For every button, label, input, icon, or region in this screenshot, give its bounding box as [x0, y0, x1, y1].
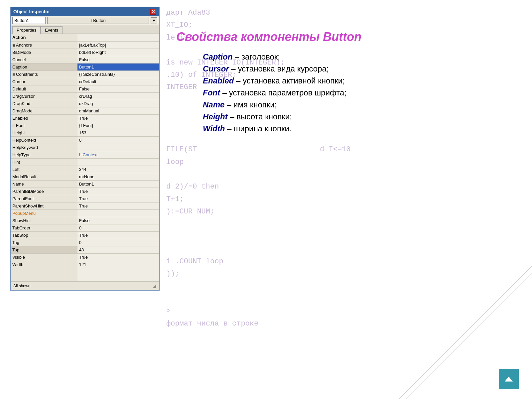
prop-value-dragmode[interactable]: dmManual: [77, 107, 159, 114]
slide-title-bold: Button: [323, 30, 361, 44]
prop-value-helptype[interactable]: htContext: [77, 151, 159, 158]
prop-name-font: ⊞Font: [11, 122, 77, 129]
prop-value-helpcontext[interactable]: 0: [77, 136, 159, 144]
prop-name-width: Width: [11, 261, 77, 268]
prop-name-showhint: ShowHint: [11, 217, 77, 224]
prop-value-caption[interactable]: Button1: [77, 63, 159, 70]
prop-value-parentshowhint[interactable]: True: [77, 202, 159, 209]
table-row: Default False: [11, 85, 159, 92]
prop-value-popupmenu[interactable]: [77, 209, 159, 217]
prop-value-cancel[interactable]: False: [77, 56, 159, 63]
table-row: HelpContext 0: [11, 136, 159, 144]
prop-name-anchors: ⊞Anchors: [11, 41, 77, 49]
list-item: Height – высота кнопки;: [203, 112, 519, 121]
prop-name-dragmode: DragMode: [11, 107, 77, 114]
prop-name-parentbidimode: ParentBiDiMode: [11, 188, 77, 195]
prop-name-parentshowhint: ParentShowHint: [11, 202, 77, 209]
prop-name-height: Height: [11, 129, 77, 136]
prop-name-action: Action: [11, 34, 77, 41]
prop-key-name: Name: [203, 100, 224, 109]
footer-text: All shown: [13, 284, 30, 288]
prop-name-popupmenu: PopupMenu: [11, 209, 77, 217]
prop-value-name[interactable]: Button1: [77, 180, 159, 188]
prop-desc-font: – установка параметров шрифта;: [222, 88, 346, 97]
object-inspector-panel: Object Inspector ✕ TButton ▼ Properties …: [10, 7, 160, 291]
prop-value-dragcursor[interactable]: crDrag: [77, 92, 159, 100]
table-row: Cancel False: [11, 56, 159, 63]
prop-key-enabled: Enabled: [203, 76, 234, 85]
prop-value-constraints[interactable]: {TSizeConstraints}: [77, 70, 159, 78]
prop-name-helpcontext: HelpContext: [11, 136, 77, 144]
prop-value-parentfont[interactable]: True: [77, 195, 159, 202]
prop-value-cursor[interactable]: crDefault: [77, 78, 159, 85]
properties-list: Caption – заголовок; Cursor – установка …: [203, 52, 519, 133]
table-row: ParentShowHint True: [11, 202, 159, 209]
main-content: Свойства компоненты Button Caption – заг…: [163, 0, 532, 399]
prop-value-anchors[interactable]: [akLeft,akTop]: [77, 41, 159, 49]
prop-value-font[interactable]: {TFont}: [77, 122, 159, 129]
table-row: HelpType htContext: [11, 151, 159, 158]
prop-value-default[interactable]: False: [77, 85, 159, 92]
prop-name-left: Left: [11, 166, 77, 173]
prop-value-taborder[interactable]: 0: [77, 224, 159, 231]
table-row: Cursor crDefault: [11, 78, 159, 85]
prop-value-bidimode[interactable]: bdLeftToRight: [77, 49, 159, 56]
list-item: Caption – заголовок;: [203, 52, 519, 62]
table-row: Caption Button1: [11, 63, 159, 70]
prop-value-enabled[interactable]: True: [77, 114, 159, 122]
prop-value-visible[interactable]: True: [77, 253, 159, 261]
prop-value-left[interactable]: 344: [77, 166, 159, 173]
prop-name-dragkind: DragKind: [11, 100, 77, 107]
prop-value-dragkind[interactable]: dkDrag: [77, 100, 159, 107]
list-item: Font – установка параметров шрифта;: [203, 88, 519, 97]
component-dropdown-button[interactable]: ▼: [151, 17, 157, 24]
tab-events[interactable]: Events: [41, 26, 63, 34]
prop-desc-caption: – заголовок;: [235, 52, 280, 61]
prop-value-top[interactable]: 48: [77, 246, 159, 253]
close-button[interactable]: ✕: [150, 9, 156, 15]
prop-name-default: Default: [11, 85, 77, 92]
prop-value-hint[interactable]: [77, 158, 159, 166]
resize-handle[interactable]: ◢: [153, 283, 156, 289]
prop-name-cursor: Cursor: [11, 78, 77, 85]
prop-value-tag[interactable]: 0: [77, 239, 159, 246]
prop-key-font: Font: [203, 88, 220, 97]
prop-name-tag: Tag: [11, 239, 77, 246]
table-row: BiDiMode bdLeftToRight: [11, 49, 159, 56]
table-row: DragCursor crDrag: [11, 92, 159, 100]
inspector-title: Object Inspector: [13, 9, 50, 14]
empty-row: [11, 268, 159, 281]
prop-value-width[interactable]: 121: [77, 261, 159, 268]
nav-up-button[interactable]: [499, 369, 519, 389]
prop-value-parentbidimode[interactable]: True: [77, 188, 159, 195]
table-row: ⊞Anchors [akLeft,akTop]: [11, 41, 159, 49]
properties-table: Action ⊞Anchors [akLeft,akTop] BiDiMode …: [11, 34, 159, 282]
prop-name-bidimode: BiDiMode: [11, 49, 77, 56]
prop-key-width: Width: [203, 124, 225, 133]
table-row: ⊞Constraints {TSizeConstraints}: [11, 70, 159, 78]
prop-value-modalresult[interactable]: mrNone: [77, 173, 159, 180]
prop-desc-enabled: – установка активной кнопки;: [236, 76, 345, 85]
table-row: TabOrder 0: [11, 224, 159, 231]
prop-value-helpkeyword[interactable]: [77, 144, 159, 151]
prop-value-tabstop[interactable]: True: [77, 231, 159, 239]
prop-desc-height: – высота кнопки;: [230, 112, 292, 121]
prop-value-action[interactable]: [77, 34, 159, 41]
list-item: Width – ширина кнопки.: [203, 124, 519, 133]
table-row: HelpKeyword: [11, 144, 159, 151]
prop-value-height[interactable]: 153: [77, 129, 159, 136]
list-item: Cursor – установка вида курсора;: [203, 64, 519, 73]
table-row: Hint: [11, 158, 159, 166]
prop-name-top: Top: [11, 246, 77, 253]
table-row: Width 121: [11, 261, 159, 268]
prop-name-taborder: TabOrder: [11, 224, 77, 231]
table-row: Height 153: [11, 129, 159, 136]
tab-properties[interactable]: Properties: [12, 26, 41, 34]
component-name-input[interactable]: [12, 17, 46, 24]
prop-value-showhint[interactable]: False: [77, 217, 159, 224]
table-row: ParentBiDiMode True: [11, 188, 159, 195]
prop-key-caption: Caption: [203, 52, 232, 61]
table-row: ShowHint False: [11, 217, 159, 224]
table-row: Action: [11, 34, 159, 41]
slide-title: Свойства компоненты Button: [176, 30, 519, 44]
